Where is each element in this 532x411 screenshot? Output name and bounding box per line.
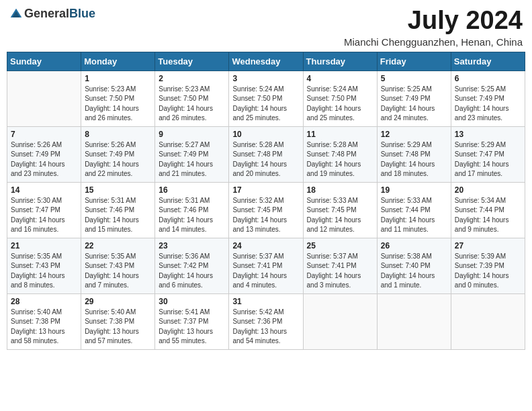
day-number: 30 [159,297,225,306]
day-number: 6 [455,74,521,83]
day-number: 20 [455,185,521,195]
calendar-cell: 5Sunrise: 5:25 AMSunset: 7:49 PMDaylight… [377,71,451,126]
calendar-cell: 19Sunrise: 5:33 AMSunset: 7:44 PMDayligh… [377,182,451,238]
day-number: 24 [232,241,299,250]
calendar-cell: 27Sunrise: 5:39 AMSunset: 7:39 PMDayligh… [451,238,525,293]
weekday-header: Sunday [7,52,81,71]
day-info: Sunrise: 5:23 AMSunset: 7:50 PMDaylight:… [85,85,151,124]
weekday-header: Friday [377,52,451,71]
calendar-cell [7,71,81,126]
day-number: 11 [307,130,373,139]
calendar-cell: 15Sunrise: 5:31 AMSunset: 7:46 PMDayligh… [81,182,155,238]
day-info: Sunrise: 5:40 AMSunset: 7:38 PMDaylight:… [11,308,77,347]
day-info: Sunrise: 5:30 AMSunset: 7:47 PMDaylight:… [11,196,77,235]
calendar-cell: 6Sunrise: 5:25 AMSunset: 7:49 PMDaylight… [451,71,525,126]
calendar-cell: 30Sunrise: 5:41 AMSunset: 7:37 PMDayligh… [155,293,229,349]
day-info: Sunrise: 5:35 AMSunset: 7:43 PMDaylight:… [11,252,77,291]
day-info: Sunrise: 5:31 AMSunset: 7:46 PMDaylight:… [85,196,151,235]
day-info: Sunrise: 5:39 AMSunset: 7:39 PMDaylight:… [455,252,521,291]
calendar-cell: 31Sunrise: 5:42 AMSunset: 7:36 PMDayligh… [229,293,303,349]
calendar-week-row: 1Sunrise: 5:23 AMSunset: 7:50 PMDaylight… [7,71,525,126]
logo-icon [9,7,23,21]
calendar-cell: 13Sunrise: 5:29 AMSunset: 7:47 PMDayligh… [451,126,525,182]
calendar-cell: 18Sunrise: 5:33 AMSunset: 7:45 PMDayligh… [303,182,377,238]
calendar-cell: 28Sunrise: 5:40 AMSunset: 7:38 PMDayligh… [7,293,81,349]
day-number: 28 [11,297,77,306]
day-number: 21 [11,241,77,250]
day-info: Sunrise: 5:29 AMSunset: 7:48 PMDaylight:… [381,140,447,179]
calendar-cell: 26Sunrise: 5:38 AMSunset: 7:40 PMDayligh… [377,238,451,293]
day-number: 18 [307,185,373,195]
weekday-header: Wednesday [229,52,303,71]
calendar-cell [377,293,451,349]
day-info: Sunrise: 5:28 AMSunset: 7:48 PMDaylight:… [307,140,373,179]
calendar-cell: 23Sunrise: 5:36 AMSunset: 7:42 PMDayligh… [155,238,229,293]
calendar-cell: 20Sunrise: 5:34 AMSunset: 7:44 PMDayligh… [451,182,525,238]
page-header: GeneralBlue July 2024 Mianchi Chengguanz… [7,7,525,48]
day-number: 13 [455,130,521,139]
calendar-cell: 9Sunrise: 5:27 AMSunset: 7:49 PMDaylight… [155,126,229,182]
day-number: 8 [85,130,151,139]
calendar-cell: 4Sunrise: 5:24 AMSunset: 7:50 PMDaylight… [303,71,377,126]
day-info: Sunrise: 5:36 AMSunset: 7:42 PMDaylight:… [159,252,225,291]
day-info: Sunrise: 5:27 AMSunset: 7:49 PMDaylight:… [159,140,225,179]
day-info: Sunrise: 5:37 AMSunset: 7:41 PMDaylight:… [307,252,373,291]
weekday-header: Thursday [303,52,377,71]
weekday-header: Monday [81,52,155,71]
day-info: Sunrise: 5:24 AMSunset: 7:50 PMDaylight:… [232,85,299,124]
day-number: 14 [11,185,77,195]
weekday-header: Saturday [451,52,525,71]
logo: GeneralBlue [9,7,95,21]
calendar-cell: 17Sunrise: 5:32 AMSunset: 7:45 PMDayligh… [229,182,303,238]
weekday-header: Tuesday [155,52,229,71]
calendar-cell: 25Sunrise: 5:37 AMSunset: 7:41 PMDayligh… [303,238,377,293]
day-number: 15 [85,185,151,195]
day-number: 3 [232,74,299,83]
day-info: Sunrise: 5:26 AMSunset: 7:49 PMDaylight:… [85,140,151,179]
day-info: Sunrise: 5:24 AMSunset: 7:50 PMDaylight:… [307,85,373,124]
day-number: 7 [11,130,77,139]
calendar-cell: 2Sunrise: 5:23 AMSunset: 7:50 PMDaylight… [155,71,229,126]
day-info: Sunrise: 5:40 AMSunset: 7:38 PMDaylight:… [85,308,151,347]
calendar-cell: 29Sunrise: 5:40 AMSunset: 7:38 PMDayligh… [81,293,155,349]
day-info: Sunrise: 5:41 AMSunset: 7:37 PMDaylight:… [159,308,225,347]
day-info: Sunrise: 5:31 AMSunset: 7:46 PMDaylight:… [159,196,225,235]
day-info: Sunrise: 5:35 AMSunset: 7:43 PMDaylight:… [85,252,151,291]
calendar-cell: 11Sunrise: 5:28 AMSunset: 7:48 PMDayligh… [303,126,377,182]
calendar-week-row: 28Sunrise: 5:40 AMSunset: 7:38 PMDayligh… [7,293,525,349]
calendar-table: SundayMondayTuesdayWednesdayThursdayFrid… [7,52,525,350]
calendar-cell: 10Sunrise: 5:28 AMSunset: 7:48 PMDayligh… [229,126,303,182]
day-number: 31 [232,297,299,306]
day-info: Sunrise: 5:28 AMSunset: 7:48 PMDaylight:… [232,140,299,179]
title-block: July 2024 Mianchi Chengguanzhen, Henan, … [344,7,523,48]
day-number: 23 [159,241,225,250]
calendar-cell [303,293,377,349]
day-number: 2 [159,74,225,83]
day-number: 12 [381,130,447,139]
day-number: 25 [307,241,373,250]
month-title: July 2024 [344,7,523,35]
day-number: 16 [159,185,225,195]
calendar-cell: 14Sunrise: 5:30 AMSunset: 7:47 PMDayligh… [7,182,81,238]
day-number: 17 [232,185,299,195]
day-number: 1 [85,74,151,83]
calendar-cell: 21Sunrise: 5:35 AMSunset: 7:43 PMDayligh… [7,238,81,293]
calendar-cell: 1Sunrise: 5:23 AMSunset: 7:50 PMDaylight… [81,71,155,126]
calendar-week-row: 14Sunrise: 5:30 AMSunset: 7:47 PMDayligh… [7,182,525,238]
calendar-cell: 12Sunrise: 5:29 AMSunset: 7:48 PMDayligh… [377,126,451,182]
day-number: 27 [455,241,521,250]
calendar-cell: 24Sunrise: 5:37 AMSunset: 7:41 PMDayligh… [229,238,303,293]
day-info: Sunrise: 5:25 AMSunset: 7:49 PMDaylight:… [381,85,447,124]
calendar-cell: 7Sunrise: 5:26 AMSunset: 7:49 PMDaylight… [7,126,81,182]
day-info: Sunrise: 5:26 AMSunset: 7:49 PMDaylight:… [11,140,77,179]
day-info: Sunrise: 5:32 AMSunset: 7:45 PMDaylight:… [232,196,299,235]
day-number: 29 [85,297,151,306]
day-info: Sunrise: 5:29 AMSunset: 7:47 PMDaylight:… [455,140,521,179]
calendar-cell: 3Sunrise: 5:24 AMSunset: 7:50 PMDaylight… [229,71,303,126]
day-info: Sunrise: 5:38 AMSunset: 7:40 PMDaylight:… [381,252,447,291]
calendar-week-row: 21Sunrise: 5:35 AMSunset: 7:43 PMDayligh… [7,238,525,293]
logo-text-general: General [24,7,69,20]
day-info: Sunrise: 5:34 AMSunset: 7:44 PMDaylight:… [455,196,521,235]
day-number: 26 [381,241,447,250]
day-info: Sunrise: 5:33 AMSunset: 7:45 PMDaylight:… [307,196,373,235]
